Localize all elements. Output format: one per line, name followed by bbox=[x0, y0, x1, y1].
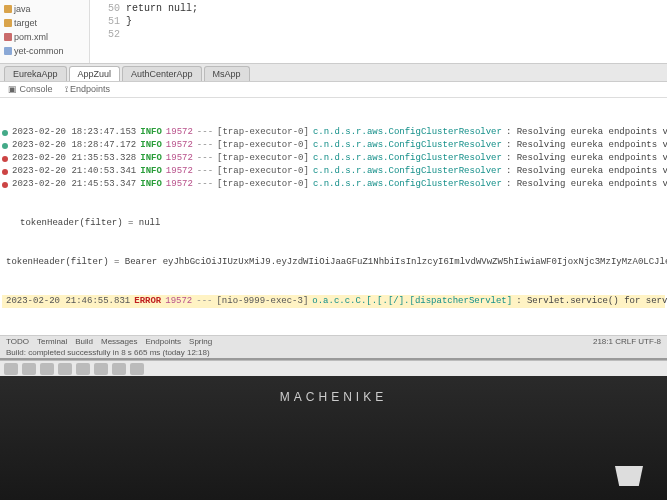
taskbar-app[interactable] bbox=[112, 363, 126, 375]
tree-item-java[interactable]: java bbox=[4, 2, 85, 16]
tab-msapp[interactable]: MsApp bbox=[204, 66, 250, 81]
tree-item-target[interactable]: target bbox=[4, 16, 85, 30]
taskbar-app[interactable] bbox=[94, 363, 108, 375]
taskbar-app[interactable] bbox=[76, 363, 90, 375]
status-tab-todo[interactable]: TODO bbox=[6, 337, 29, 346]
status-bar: TODO Terminal Build Messages Endpoints S… bbox=[0, 335, 667, 347]
taskbar-app[interactable] bbox=[22, 363, 36, 375]
log-line: 2023-02-20 18:23:47.153 INFO 19572 --- [… bbox=[2, 126, 665, 139]
log-gutter-icon bbox=[2, 126, 8, 139]
top-area: java target pom.xml yet-common 50 51 52 … bbox=[0, 0, 667, 64]
laptop-bezel: MACHENIKE bbox=[0, 376, 667, 500]
log-line: 2023-02-20 18:28:47.172 INFO 19572 --- [… bbox=[2, 139, 665, 152]
error-log-line: 2023-02-20 21:46:55.831 ERROR 19572 --- … bbox=[2, 295, 665, 308]
status-tab-terminal[interactable]: Terminal bbox=[37, 337, 67, 346]
build-message-bar: Build: completed successfully in 8 s 665… bbox=[0, 347, 667, 358]
status-tab-build[interactable]: Build bbox=[75, 337, 93, 346]
os-taskbar[interactable] bbox=[0, 360, 667, 376]
tree-label: pom.xml bbox=[14, 30, 48, 44]
subtab-console[interactable]: ▣ Console bbox=[8, 84, 53, 95]
status-tab-endpoints[interactable]: Endpoints bbox=[145, 337, 181, 346]
tree-label: java bbox=[14, 2, 31, 16]
module-icon bbox=[4, 47, 12, 55]
log-line: 2023-02-20 21:35:53.328 INFO 19572 --- [… bbox=[2, 152, 665, 165]
folder-icon bbox=[4, 5, 12, 13]
laptop-badge-icon bbox=[615, 466, 643, 486]
tree-label: target bbox=[14, 16, 37, 30]
code-editor[interactable]: 50 51 52 return null; } bbox=[90, 0, 667, 63]
token-header-line: tokenHeader(filter) = null bbox=[20, 217, 160, 230]
log-gutter-icon bbox=[2, 139, 8, 152]
taskbar-app[interactable] bbox=[40, 363, 54, 375]
taskbar-app[interactable] bbox=[130, 363, 144, 375]
token-bearer-line: tokenHeader(filter) = Bearer eyJhbGciOiJ… bbox=[6, 256, 667, 269]
tab-eureka[interactable]: EurekaApp bbox=[4, 66, 67, 81]
project-tree[interactable]: java target pom.xml yet-common bbox=[0, 0, 90, 63]
log-line: 2023-02-20 21:40:53.341 INFO 19572 --- [… bbox=[2, 165, 665, 178]
taskbar-app[interactable] bbox=[58, 363, 72, 375]
line-gutter: 50 51 52 bbox=[98, 2, 126, 61]
tree-label: yet-common bbox=[14, 44, 64, 58]
tab-authcenter[interactable]: AuthCenterApp bbox=[122, 66, 202, 81]
code-body[interactable]: return null; } bbox=[126, 2, 198, 61]
log-gutter-icon bbox=[2, 165, 8, 178]
maven-icon bbox=[4, 33, 12, 41]
status-tab-spring[interactable]: Spring bbox=[189, 337, 212, 346]
console-output[interactable]: 2023-02-20 18:23:47.153 INFO 19572 --- [… bbox=[0, 98, 667, 335]
console-subtabs: ▣ Console ⟟ Endpoints bbox=[0, 82, 667, 98]
run-config-tabs: EurekaApp AppZuul AuthCenterApp MsApp bbox=[0, 64, 667, 82]
laptop-brand: MACHENIKE bbox=[280, 390, 387, 404]
log-gutter-icon bbox=[2, 178, 8, 191]
folder-icon bbox=[4, 19, 12, 27]
status-tab-messages[interactable]: Messages bbox=[101, 337, 137, 346]
tree-item-common[interactable]: yet-common bbox=[4, 44, 85, 58]
build-message: Build: completed successfully in 8 s 665… bbox=[6, 348, 210, 357]
tab-appzuul[interactable]: AppZuul bbox=[69, 66, 121, 81]
log-gutter-icon bbox=[2, 152, 8, 165]
log-line: 2023-02-20 21:45:53.347 INFO 19572 --- [… bbox=[2, 178, 665, 191]
subtab-endpoints[interactable]: ⟟ Endpoints bbox=[65, 84, 111, 95]
start-button[interactable] bbox=[4, 363, 18, 375]
status-right: 218:1 CRLF UTF-8 bbox=[593, 337, 661, 346]
tree-item-pom[interactable]: pom.xml bbox=[4, 30, 85, 44]
